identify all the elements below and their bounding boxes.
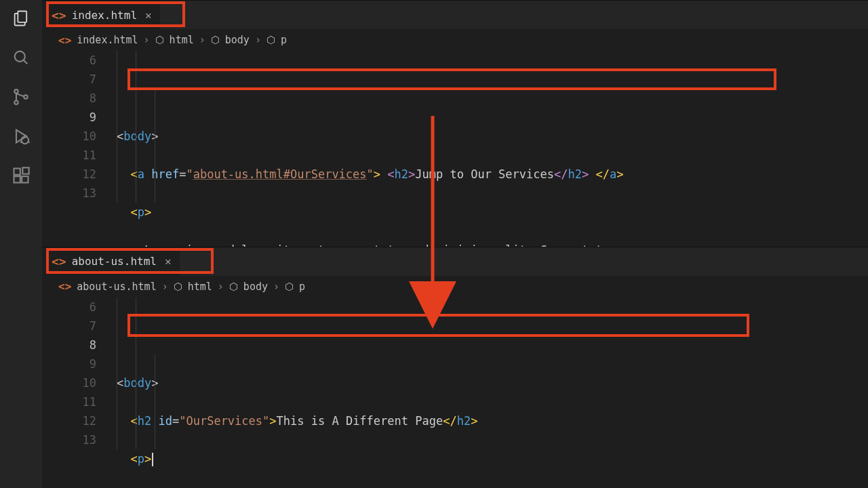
annotation-arrow bbox=[0, 0, 868, 488]
